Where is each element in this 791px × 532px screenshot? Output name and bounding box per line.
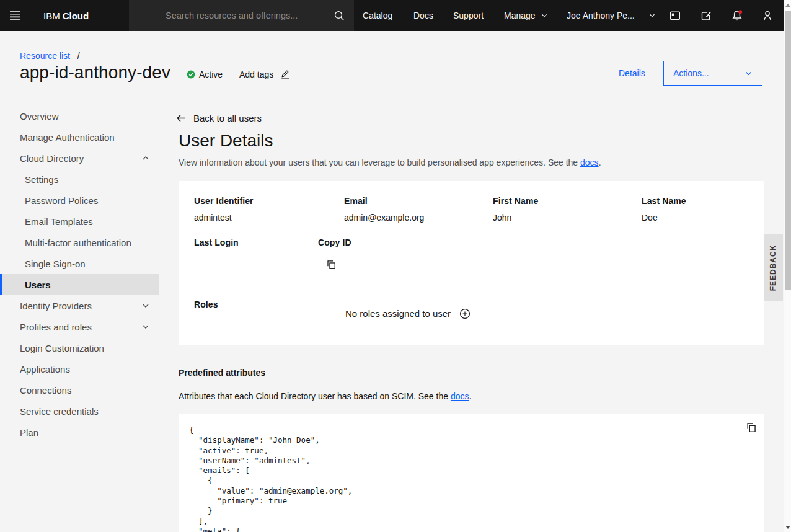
roles-empty-text: No roles assigned to user — [345, 308, 451, 319]
vertical-scrollbar — [784, 0, 791, 532]
ibm-cloud-logo[interactable]: IBMCloud — [43, 0, 89, 31]
copy-icon — [746, 422, 757, 433]
user-menu-label: Joe Anthony Pe... — [567, 11, 635, 20]
add-tags-button[interactable]: Add tags — [239, 69, 291, 79]
sidebar-item-service-credentials[interactable]: Service credentials — [0, 401, 159, 422]
scrollbar-thumb[interactable] — [785, 11, 791, 290]
details-link[interactable]: Details — [619, 68, 645, 78]
sidebar-item-login-customization[interactable]: Login Customization — [0, 337, 159, 358]
actions-dropdown[interactable]: Actions... — [663, 61, 762, 86]
sidebar-item-label: Multi-factor authentication — [25, 237, 131, 248]
sidebar-item-label: Cloud Directory — [20, 153, 84, 164]
sidebar-item-identity-providers[interactable]: Identity Providers — [0, 295, 159, 316]
sidebar-item-label: Single Sign-on — [25, 259, 86, 269]
nav-support-label: Support — [453, 11, 484, 20]
add-role-button[interactable] — [459, 308, 471, 319]
sidebar: Overview Manage Authentication Cloud Dir… — [0, 105, 159, 443]
nav-docs[interactable]: Docs — [413, 0, 433, 31]
sidebar-item-label: Profiles and roles — [20, 322, 92, 332]
sidebar-item-settings[interactable]: Settings — [0, 169, 159, 190]
status-label: Active — [199, 69, 223, 79]
description-suffix: . — [469, 391, 471, 401]
predefined-attributes-title: Predefined attributes — [179, 368, 265, 378]
copy-code-button[interactable] — [746, 422, 757, 433]
sidebar-item-overview[interactable]: Overview — [0, 105, 159, 126]
section-title: User Details — [179, 131, 273, 151]
sidebar-item-connections[interactable]: Connections — [0, 379, 159, 401]
actions-label: Actions... — [673, 68, 709, 78]
sidebar-item-label: Password Polices — [25, 195, 98, 206]
sidebar-item-password-polices[interactable]: Password Polices — [0, 190, 159, 211]
hamburger-menu-icon — [9, 9, 21, 22]
cloud-shell-icon — [669, 9, 681, 22]
field-label-last-login: Last Login — [194, 237, 239, 247]
back-to-all-users-link[interactable]: Back to all users — [175, 113, 262, 123]
sidebar-item-cloud-directory[interactable]: Cloud Directory — [0, 148, 159, 169]
user-menu[interactable]: Joe Anthony Pe... — [567, 0, 656, 31]
field-value-first-name: John — [493, 213, 511, 223]
sidebar-item-label: Users — [25, 280, 51, 290]
scrollbar-down-arrow[interactable] — [785, 526, 790, 529]
scrollbar-up-arrow[interactable] — [785, 4, 790, 7]
nav-manage[interactable]: Manage — [504, 0, 548, 31]
copy-id-button[interactable] — [326, 259, 337, 270]
sidebar-item-label: Overview — [20, 111, 59, 122]
feedback-edit-button[interactable] — [696, 6, 716, 25]
sidebar-item-label: Settings — [25, 174, 58, 185]
page-title: app-id-anthony-dev — [20, 63, 170, 82]
add-plus-circle-icon — [459, 308, 471, 319]
back-link-label: Back to all users — [193, 113, 262, 123]
sidebar-item-label: Email Templates — [25, 216, 93, 227]
user-avatar-icon — [761, 9, 774, 22]
field-label-last-name: Last Name — [642, 196, 686, 206]
chevron-down-icon — [141, 301, 150, 310]
brand-bold: Cloud — [63, 11, 89, 21]
notifications-button[interactable] — [727, 6, 747, 25]
chevron-up-icon — [141, 154, 150, 162]
nav-catalog[interactable]: Catalog — [363, 0, 392, 31]
scim-attributes-code-block: { "displayName": "John Doe", "active": t… — [179, 414, 764, 532]
feedback-tab[interactable]: FEEDBACK — [764, 234, 783, 301]
field-value-email: admin@example.org — [344, 213, 424, 223]
account-avatar-button[interactable] — [758, 6, 777, 25]
sidebar-item-label: Applications — [20, 364, 70, 375]
nav-manage-label: Manage — [504, 11, 536, 20]
description-text: View information about your users that y… — [179, 157, 580, 167]
breadcrumb-separator: / — [77, 51, 80, 61]
sidebar-item-single-sign-on[interactable]: Single Sign-on — [0, 253, 159, 274]
sidebar-item-label: Identity Providers — [20, 301, 92, 311]
chevron-down-icon — [541, 12, 548, 19]
field-value-user-identifier: admintest — [194, 213, 232, 223]
hamburger-menu-button[interactable] — [5, 6, 25, 25]
cloud-shell-button[interactable] — [665, 6, 685, 25]
docs-link[interactable]: docs — [451, 391, 469, 401]
edit-icon — [700, 9, 712, 22]
header-search — [129, 0, 354, 31]
field-label-user-identifier: User Identifier — [194, 196, 254, 206]
chevron-down-icon — [745, 69, 753, 78]
predefined-attributes-description: Attributes that each Cloud Directory use… — [179, 391, 471, 401]
breadcrumb: Resource list / — [20, 51, 80, 61]
nav-support[interactable]: Support — [453, 0, 484, 31]
chevron-down-icon — [141, 322, 150, 331]
sidebar-item-label: Service credentials — [20, 406, 99, 417]
sidebar-item-profiles-and-roles[interactable]: Profiles and roles — [0, 316, 159, 337]
edit-pencil-icon — [280, 69, 291, 79]
copy-icon — [326, 259, 337, 270]
sidebar-item-users[interactable]: Users — [0, 274, 159, 295]
sidebar-item-multi-factor-authentication[interactable]: Multi-factor authentication — [0, 232, 159, 253]
arrow-left-icon — [175, 113, 186, 123]
scim-json-code: { "displayName": "John Doe", "active": t… — [179, 414, 764, 532]
status-badge: Active — [187, 69, 223, 79]
breadcrumb-resource-list-link[interactable]: Resource list — [20, 51, 70, 61]
sidebar-item-manage-authentication[interactable]: Manage Authentication — [0, 126, 159, 148]
sidebar-item-applications[interactable]: Applications — [0, 358, 159, 379]
search-button[interactable] — [329, 6, 349, 25]
field-value-last-name: Doe — [642, 213, 658, 223]
docs-link[interactable]: docs — [580, 157, 599, 167]
search-input[interactable] — [129, 0, 354, 31]
check-circle-icon — [187, 70, 195, 79]
sidebar-item-email-templates[interactable]: Email Templates — [0, 211, 159, 232]
sidebar-item-plan[interactable]: Plan — [0, 422, 159, 443]
chevron-down-icon — [648, 12, 656, 19]
